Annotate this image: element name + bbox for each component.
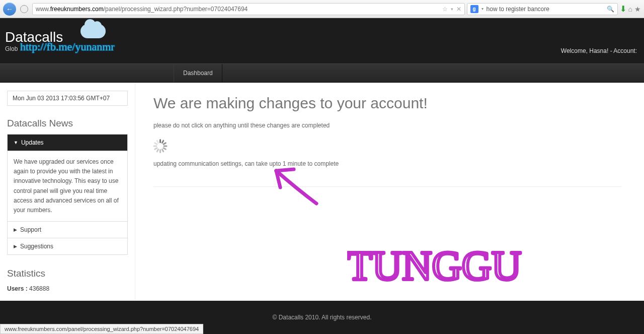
stats-users-label: Users :	[7, 285, 29, 292]
search-dropdown-icon[interactable]: ▾	[481, 7, 484, 11]
accordion-support[interactable]: ▶ Support	[8, 221, 127, 238]
logo-sub: Glob	[5, 45, 63, 52]
datetime-display: Mon Jun 03 2013 17:03:56 GMT+07	[7, 91, 128, 106]
url-domain: freeuknumbers.com	[50, 6, 104, 13]
news-title: Datacalls News	[7, 118, 128, 129]
arrow-left-icon: ←	[6, 5, 13, 13]
page-body: Mon Jun 03 2013 17:03:56 GMT+07 Datacall…	[0, 83, 644, 300]
update-message: updating communication settings, can tak…	[153, 160, 632, 167]
bookmark-star-icon[interactable]: ☆	[442, 6, 448, 13]
page-title: We are making changes to your account!	[153, 95, 632, 112]
logo-main: Datacalls	[5, 29, 63, 45]
globe-icon	[20, 5, 28, 13]
dropdown-icon[interactable]: ▾	[451, 7, 453, 12]
nav-dashboard[interactable]: Dashboard	[174, 64, 222, 82]
stats-title: Statistics	[7, 268, 128, 279]
google-icon: g	[470, 5, 478, 13]
search-icon[interactable]: 🔍	[607, 6, 614, 13]
chevron-right-icon: ▶	[14, 244, 17, 249]
url-prefix: www.	[36, 6, 50, 13]
chevron-right-icon: ▶	[14, 227, 17, 232]
search-value: how to register bancore	[487, 6, 549, 13]
home-icon[interactable]: ⌂	[628, 5, 632, 13]
download-icon[interactable]: ⬇	[620, 4, 626, 14]
logo[interactable]: Datacalls Glob	[0, 29, 63, 52]
main-content: We are making changes to your account! p…	[135, 83, 644, 300]
nav-spacer	[0, 64, 174, 82]
accordion-updates-body: We have upgraded our services once again…	[8, 151, 127, 221]
stats-users: Users : 436888	[7, 285, 128, 292]
browser-toolbar: ← www.freeuknumbers.com/panel/processing…	[0, 0, 644, 18]
back-button[interactable]: ←	[3, 3, 16, 16]
copyright: © Datacalls 2010. All rights reserved.	[273, 314, 372, 321]
bookmarks-icon[interactable]: ★	[634, 5, 641, 13]
search-box[interactable]: g ▾ how to register bancore 🔍	[467, 3, 618, 15]
accordion-updates[interactable]: ▼ Updates	[8, 135, 127, 151]
annotation-arrow	[266, 163, 327, 209]
accordion-updates-label: Updates	[21, 139, 44, 146]
sidebar: Mon Jun 03 2013 17:03:56 GMT+07 Datacall…	[0, 83, 135, 300]
close-icon[interactable]: ✕	[456, 6, 461, 13]
browser-status-bar: www.freeuknumbers.com/panel/processing_w…	[0, 324, 203, 334]
welcome-text: Welcome, Hasna! - Account:	[561, 47, 637, 54]
news-accordion: ▼ Updates We have upgraded our services …	[7, 134, 128, 255]
cloud-icon	[80, 24, 106, 38]
stats-users-value: 436888	[29, 285, 49, 292]
accordion-support-label: Support	[20, 226, 41, 233]
address-bar[interactable]: www.freeuknumbers.com/panel/processing_w…	[32, 3, 465, 15]
accordion-suggestions[interactable]: ▶ Suggestions	[8, 238, 127, 254]
divider	[153, 186, 622, 187]
accordion-suggestions-label: Suggestions	[20, 243, 53, 250]
chevron-down-icon: ▼	[14, 140, 18, 145]
page-subtitle: please do not click on anything until th…	[153, 122, 632, 129]
loading-spinner-icon	[153, 139, 168, 153]
main-nav: Dashboard	[0, 63, 644, 83]
url-path: /panel/processing_wizard.php?number=0702…	[104, 6, 248, 13]
